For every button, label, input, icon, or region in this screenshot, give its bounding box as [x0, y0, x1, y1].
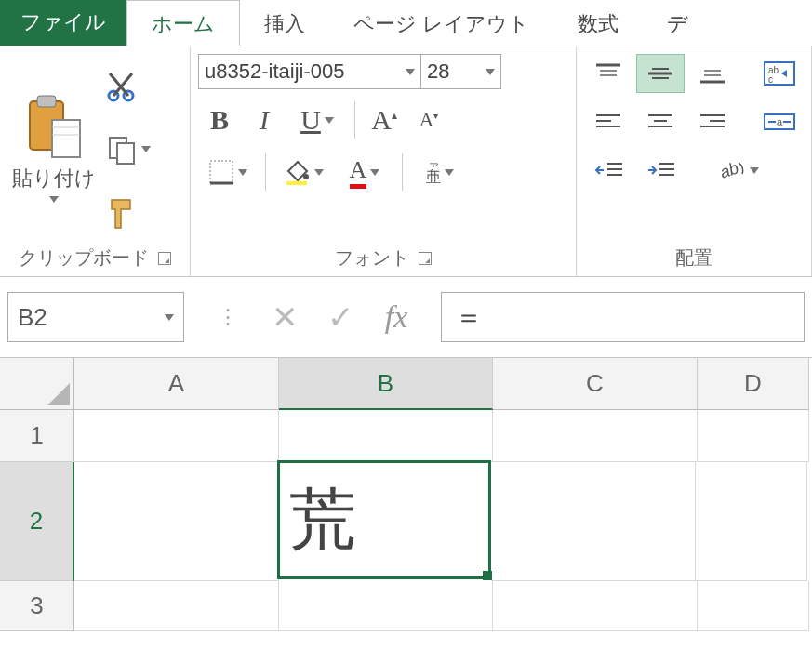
cell-C2[interactable] [491, 462, 696, 581]
insert-function-button[interactable]: fx [368, 292, 424, 342]
shrink-font-button[interactable]: A▾ [407, 102, 450, 138]
dialog-launcher-font[interactable] [419, 252, 432, 265]
underline-button[interactable]: U [287, 99, 347, 141]
align-bottom-icon [699, 61, 726, 86]
formula-bar: B2 ⋮ ✕ ✓ fx ＝ [0, 277, 812, 358]
row-header-2[interactable]: 2 [0, 462, 74, 581]
paste-button[interactable]: 貼り付け [7, 54, 100, 242]
row-header-3[interactable]: 3 [0, 581, 74, 631]
svg-point-11 [303, 174, 309, 179]
cell-D1[interactable] [698, 410, 809, 462]
border-icon [208, 159, 234, 185]
row-header-1[interactable]: 1 [0, 410, 74, 462]
align-left-button[interactable] [584, 102, 632, 141]
ribbon-tabs: ファイル ホーム 挿入 ページ レイアウト 数式 デ [0, 0, 812, 46]
wrap-text-button[interactable]: abc [755, 54, 804, 93]
align-center-button[interactable] [636, 102, 685, 141]
chevron-down-icon [238, 169, 247, 176]
chevron-down-icon [406, 69, 415, 75]
enter-button[interactable]: ✓ [313, 292, 368, 342]
border-button[interactable] [198, 151, 258, 193]
align-top-button[interactable] [584, 54, 632, 93]
cell-A3[interactable] [74, 581, 279, 631]
separator [354, 101, 355, 139]
col-header-C[interactable]: C [493, 358, 698, 410]
align-middle-button[interactable] [636, 54, 685, 93]
name-box[interactable]: B2 [7, 292, 184, 342]
grow-font-button[interactable]: A▴ [363, 102, 406, 138]
paste-icon [24, 94, 84, 161]
tab-formulas[interactable]: 数式 [553, 1, 643, 46]
name-box-value: B2 [18, 303, 47, 332]
tab-file[interactable]: ファイル [0, 0, 126, 46]
cell-C3[interactable] [493, 581, 698, 631]
col-header-D[interactable]: D [698, 358, 809, 410]
svg-rect-9 [210, 161, 233, 183]
cancel-button[interactable]: ✕ [257, 292, 313, 342]
cut-button[interactable] [106, 72, 151, 103]
cell-D3[interactable] [698, 581, 809, 631]
font-size-combo[interactable]: 28 [421, 54, 501, 89]
svg-rect-2 [52, 120, 80, 157]
font-name-combo[interactable]: u8352-itaiji-005 [198, 54, 421, 89]
orientation-icon: ab [718, 157, 746, 183]
cell-A2[interactable] [74, 462, 279, 581]
tab-home[interactable]: ホーム [126, 0, 240, 46]
cell-A1[interactable] [74, 410, 279, 462]
chevron-down-icon [141, 146, 151, 152]
decrease-indent-button[interactable] [584, 151, 632, 190]
group-alignment-label: 配置 [675, 245, 712, 271]
dialog-launcher-clipboard[interactable] [158, 252, 171, 265]
chevron-down-icon [165, 314, 174, 321]
wrap-text-icon: abc [763, 60, 796, 86]
phonetic-button[interactable]: ア亜 [410, 151, 470, 193]
row-1: 1 [0, 410, 812, 462]
italic-button[interactable]: I [243, 99, 286, 141]
formula-input[interactable]: ＝ [441, 292, 805, 342]
tab-page-layout[interactable]: ページ レイアウト [329, 1, 553, 46]
bold-icon: B [210, 104, 229, 136]
copy-button[interactable] [106, 134, 151, 166]
svg-text:ab: ab [718, 158, 741, 182]
chevron-down-icon [314, 169, 324, 176]
font-name-value: u8352-itaiji-005 [205, 60, 344, 84]
font-color-icon: A [350, 156, 367, 189]
merge-center-button[interactable]: a [755, 102, 804, 141]
shrink-font-icon: A▾ [419, 108, 439, 132]
font-color-button[interactable]: A [335, 151, 394, 193]
increase-indent-button[interactable] [636, 151, 685, 190]
cell-C1[interactable] [493, 410, 698, 462]
select-all-corner[interactable] [0, 358, 74, 410]
align-right-icon [699, 110, 726, 134]
ribbon: 貼り付け [0, 46, 812, 277]
col-header-A[interactable]: A [74, 358, 279, 410]
formula-menu-button[interactable]: ⋮ [201, 292, 257, 342]
bold-button[interactable]: B [198, 99, 241, 141]
copy-icon [106, 134, 138, 166]
cell-B2[interactable]: 荒 [277, 460, 491, 579]
separator [265, 153, 266, 191]
align-top-icon [594, 61, 622, 86]
align-right-button[interactable] [688, 102, 737, 141]
fill-color-button[interactable] [273, 151, 333, 193]
merge-icon: a [763, 109, 796, 135]
cell-B3[interactable] [279, 581, 493, 631]
font-size-value: 28 [427, 60, 449, 84]
italic-icon: I [260, 104, 269, 136]
row-3: 3 [0, 581, 812, 631]
check-icon: ✓ [327, 298, 353, 336]
group-font: u8352-itaiji-005 28 B I U A▴ A▾ [191, 46, 577, 276]
svg-text:c: c [768, 74, 773, 85]
formula-value: ＝ [455, 298, 483, 337]
cell-B1[interactable] [279, 410, 493, 462]
tab-insert[interactable]: 挿入 [240, 1, 329, 46]
align-bottom-button[interactable] [688, 54, 737, 93]
orientation-button[interactable]: ab [714, 151, 763, 190]
underline-icon: U [300, 104, 321, 136]
col-header-B[interactable]: B [279, 358, 493, 410]
cell-D2[interactable] [696, 462, 807, 581]
row-2: 2 荒 [0, 462, 812, 581]
tab-more[interactable]: デ [643, 1, 712, 46]
align-left-icon [594, 110, 622, 134]
format-painter-button[interactable] [106, 196, 151, 232]
